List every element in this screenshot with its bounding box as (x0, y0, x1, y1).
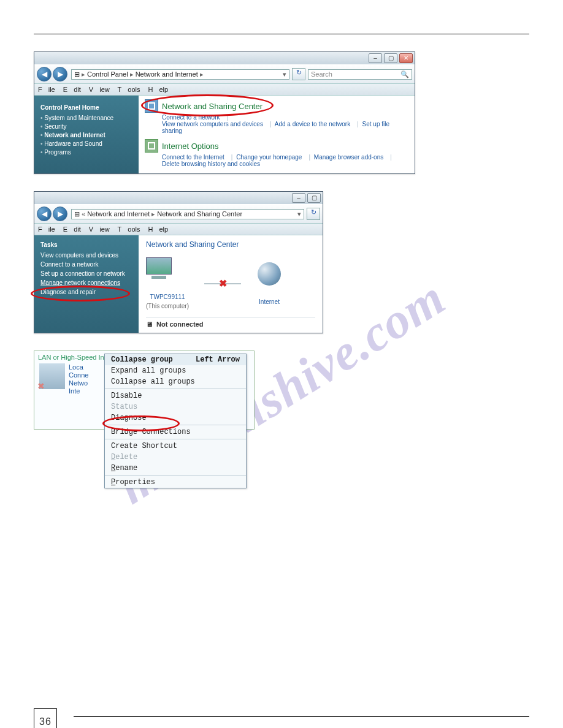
link[interactable]: Connect to the Internet (162, 154, 224, 161)
menu-tools[interactable]: Tools (118, 86, 140, 93)
menu-header[interactable]: Collapse groupLeft Arrow (105, 354, 246, 365)
bc-1[interactable]: Control Panel (87, 70, 128, 78)
minimize-button[interactable]: – (369, 53, 382, 63)
bottom-rule (74, 716, 529, 717)
nsc-title: Network and Sharing Center (146, 240, 315, 249)
link[interactable]: Connect to a network (162, 114, 220, 121)
maximize-button[interactable]: ▢ (384, 53, 397, 63)
bc-2[interactable]: Network and Internet (136, 70, 198, 78)
menu-bar: File Edit View Tools Help (34, 84, 415, 96)
address-bar[interactable]: ⊞ ▸ Control Panel ▸ Network and Internet… (71, 69, 289, 80)
bc-2[interactable]: Network and Sharing Center (157, 210, 242, 218)
context-menu-item[interactable]: Status (105, 401, 246, 412)
task-item[interactable]: Connect to a network (40, 261, 132, 268)
forward-button[interactable]: ▶ (53, 207, 67, 221)
window-titlebar: – ▢ (34, 192, 323, 204)
io-icon (145, 139, 158, 153)
menu-edit[interactable]: Edit (63, 226, 81, 233)
forward-button[interactable]: ▶ (53, 67, 67, 82)
menu-file[interactable]: File (38, 86, 55, 93)
fig1-window: – ▢ ✕ ◀ ▶ ⊞ ▸ Control Panel ▸ Network an… (34, 51, 415, 174)
back-button[interactable]: ◀ (37, 67, 52, 82)
icon-text: Conne (69, 371, 88, 379)
lan-adapter-icon[interactable] (39, 363, 65, 389)
io-heading[interactable]: Internet Options (162, 142, 219, 151)
nsc-heading[interactable]: Network and Sharing Center (162, 102, 262, 111)
maximize-button[interactable]: ▢ (307, 193, 321, 203)
sidebar-item[interactable]: Hardware and Sound (40, 140, 132, 147)
network-diagram: TWPC99111 (This computer) ✖ Internet (146, 252, 315, 314)
menu-help[interactable]: Help (148, 86, 169, 93)
address-bar[interactable]: ⊞ « Network and Internet ▸ Network and S… (71, 209, 304, 219)
context-menu-item[interactable]: Properties (105, 477, 246, 488)
search-box[interactable]: Search 🔍 (308, 69, 412, 80)
link[interactable]: Delete browsing history and cookies (162, 161, 260, 167)
nsc-icon (145, 99, 158, 113)
context-menu-item[interactable]: Delete (105, 452, 246, 463)
search-placeholder: Search (311, 70, 332, 78)
not-connected-label: Not connected (156, 320, 203, 328)
pc-sub: (This computer) (146, 303, 189, 309)
nav-toolbar: ◀ ▶ ⊞ « Network and Internet ▸ Network a… (34, 204, 323, 224)
menu-help[interactable]: Help (148, 226, 169, 233)
back-button[interactable]: ◀ (37, 207, 52, 221)
task-item[interactable]: Set up a connection or network (40, 270, 132, 277)
sidebar-item[interactable]: System and Maintenance (40, 115, 132, 121)
nav-toolbar: ◀ ▶ ⊞ ▸ Control Panel ▸ Network and Inte… (34, 64, 415, 84)
task-item[interactable]: Diagnose and repair (40, 289, 132, 295)
pc-name: TWPC99111 (146, 294, 189, 300)
menu-bar: File Edit View Tools Help (34, 224, 323, 235)
link[interactable]: Change your homepage (236, 154, 302, 161)
close-button[interactable]: ✕ (399, 53, 413, 63)
minimize-button[interactable]: – (292, 193, 305, 203)
fig2-window: – ▢ ◀ ▶ ⊞ « Network and Internet ▸ Netwo… (34, 191, 323, 333)
menu-view[interactable]: View (89, 226, 110, 233)
tasks-panel: Tasks View computers and devices Connect… (34, 235, 139, 333)
top-rule (34, 34, 529, 34)
menu-edit[interactable]: Edit (63, 86, 81, 93)
context-menu-item[interactable]: Rename (105, 463, 246, 474)
refresh-button[interactable]: ↻ (307, 208, 320, 220)
home-icon: ⊞ (74, 70, 80, 78)
context-menu-item[interactable]: Bridge Connections (105, 427, 246, 438)
context-menu-item[interactable]: Create Shortcut (105, 441, 246, 452)
not-connected-row: 🖥 Not connected (146, 317, 315, 328)
sidebar-item[interactable]: Network and Internet (40, 132, 132, 138)
icon-text: Netwo (69, 379, 88, 387)
icon-text: Inte (69, 387, 80, 395)
tasks-heading: Tasks (40, 241, 132, 248)
context-menu: Collapse groupLeft Arrow Expand all grou… (104, 354, 247, 488)
menu-view[interactable]: View (89, 86, 110, 93)
context-menu-item[interactable]: Expand all groups (105, 365, 246, 376)
computer-icon (146, 257, 172, 291)
fig3-context: LAN or High-Speed Internet (1) Loca Conn… (34, 351, 255, 430)
sidebar: Control Panel Home System and Maintenanc… (34, 96, 139, 173)
task-item[interactable]: View computers and devices (40, 252, 132, 259)
icon-text: Loca (69, 363, 83, 371)
internet-icon (256, 262, 282, 296)
sidebar-item[interactable]: Programs (40, 149, 132, 156)
window-titlebar: – ▢ ✕ (34, 52, 415, 64)
io-heading-row: Internet Options (145, 139, 408, 153)
link[interactable]: Add a device to the network (275, 121, 350, 127)
bc-1[interactable]: Network and Internet (87, 210, 150, 218)
internet-label: Internet (256, 298, 282, 305)
refresh-button[interactable]: ↻ (292, 68, 305, 80)
home-icon: ⊞ (74, 210, 80, 218)
not-connected-icon: 🖥 (146, 320, 153, 328)
center-pane: Network and Sharing Center TWPC99111 (Th… (139, 235, 323, 333)
link[interactable]: View network computers and devices (162, 121, 263, 127)
link[interactable]: Manage browser add-ons (314, 154, 383, 161)
context-menu-item[interactable]: Disable (105, 390, 246, 401)
context-menu-item[interactable]: Collapse all groups (105, 376, 246, 387)
disconnect-x-icon: ✖ (219, 278, 227, 289)
content-pane: Network and Sharing Center Connect to a … (139, 96, 415, 173)
page-number: 36 (34, 708, 57, 728)
menu-tools[interactable]: Tools (118, 226, 140, 233)
menu-file[interactable]: File (38, 226, 55, 233)
task-item[interactable]: Manage network connections (40, 279, 132, 286)
nsc-heading-row: Network and Sharing Center (145, 99, 408, 113)
context-menu-item[interactable]: Diagnose (105, 412, 246, 423)
sidebar-item[interactable]: Security (40, 123, 132, 130)
sidebar-home[interactable]: Control Panel Home (40, 104, 132, 111)
